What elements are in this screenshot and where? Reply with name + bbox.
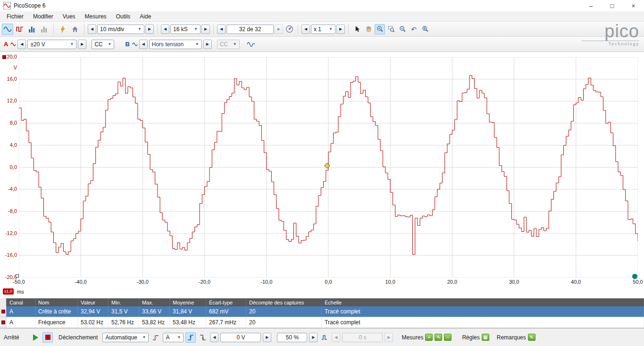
trigger-mode-value: Automatique	[105, 334, 137, 341]
menu-outils[interactable]: Outils	[111, 11, 135, 21]
chevron-down-icon: ▼	[105, 42, 111, 46]
histogram-view-button[interactable]	[39, 24, 50, 35]
capture-index-field[interactable]: 32 de 32	[226, 25, 274, 34]
zoom-in-tool-button[interactable]	[375, 24, 385, 34]
zoom-out-icon	[399, 25, 406, 33]
trigger-level-next-button[interactable]: ▶	[263, 333, 271, 342]
y-tick-label: -8,0	[0, 208, 17, 214]
picoscope-window: PicoScope 6 – □ × Fichier Modifier Vues …	[0, 0, 644, 346]
column-header-echelle: Échelle	[322, 298, 644, 306]
run-button[interactable]	[30, 332, 41, 343]
samples-select[interactable]: 16 kS▼	[170, 25, 201, 34]
waveform-svg[interactable]	[19, 57, 638, 278]
zoom-undo-button[interactable]: ↶	[409, 24, 419, 34]
zoom-factor-select[interactable]: x 1▼	[311, 25, 335, 34]
channel-b-range-select[interactable]: Hors tension▼	[149, 40, 202, 49]
trigger-hysteresis-next-button[interactable]: ▶	[309, 333, 318, 342]
samples-next-button[interactable]: ▶	[201, 25, 210, 34]
trigger-source-value: A	[166, 334, 169, 341]
cursor-arrow-icon	[354, 25, 361, 33]
channel-b-coupling-select: CC▼	[217, 40, 240, 49]
channel-b-range-prev-button[interactable]: ◀	[139, 40, 148, 49]
advanced-trigger-button[interactable]	[319, 332, 330, 343]
column-header-max: Max.	[139, 298, 170, 306]
row-indicator-cell	[0, 317, 7, 328]
rising-edge-button[interactable]	[185, 332, 196, 343]
menu-aide[interactable]: Aide	[135, 11, 156, 21]
trigger-level-field[interactable]: 0 V	[220, 333, 261, 342]
y-tick-label: 4,0	[0, 142, 17, 148]
channel-a-range-next-button[interactable]: ▶	[78, 40, 86, 49]
rules-label: Règles	[462, 334, 479, 341]
x-tick-label: -10,0	[255, 279, 278, 285]
column-header-decompte: Décompte des captures	[246, 298, 322, 306]
auto-setup-button[interactable]	[57, 24, 68, 35]
timebase-prev-button[interactable]: ◀	[88, 25, 96, 34]
trigger-source-select[interactable]: A▼	[163, 333, 184, 342]
scope-view-button[interactable]	[2, 24, 13, 35]
home-button[interactable]	[69, 24, 81, 35]
play-icon	[33, 334, 38, 341]
trigger-mode-select[interactable]: Automatique▼	[102, 333, 149, 342]
signal-generator-button[interactable]	[246, 39, 256, 50]
channel-a-axis-marker[interactable]	[2, 55, 6, 59]
notes-button[interactable]: ✎	[528, 334, 535, 341]
rules-button[interactable]: ▦	[482, 334, 489, 341]
measurement-row-peak-to-peak[interactable]: A Crête à crête 32,94 V 31,5 V 33,66 V 3…	[0, 306, 644, 317]
minus-icon: −	[446, 334, 449, 340]
pan-tool-button[interactable]	[363, 24, 374, 34]
column-header-ecart-type: Écart-type	[206, 298, 246, 306]
capture-prev-button[interactable]: ◀	[217, 25, 226, 34]
channel-b-range-value: Hors tension	[152, 41, 184, 48]
trigger-time-marker[interactable]	[16, 274, 19, 278]
spectrum-view-button[interactable]	[26, 24, 38, 35]
trigger-marker-button[interactable]	[151, 332, 161, 343]
channel-a-coupling-select[interactable]: CC▼	[92, 40, 114, 49]
add-measure-button[interactable]: +	[425, 334, 433, 341]
close-button[interactable]: ×	[623, 0, 644, 11]
trigger-level-prev-button[interactable]: ◀	[210, 333, 218, 342]
falling-edge-button[interactable]	[198, 332, 208, 343]
measurement-row-frequency[interactable]: A Fréquence 53,02 Hz 52,76 Hz 53,82 Hz 5…	[0, 317, 644, 328]
zoom-window-tool-button[interactable]	[386, 24, 396, 34]
menu-fichier[interactable]: Fichier	[2, 11, 28, 21]
pico-logo-tagline: Technology	[582, 41, 639, 46]
samples-prev-button[interactable]: ◀	[161, 25, 169, 34]
stop-button[interactable]	[42, 332, 53, 343]
zoom-out-tool-button[interactable]	[397, 24, 408, 34]
zoom-factor-next-button[interactable]: ▶	[336, 25, 345, 34]
channel-a-range-select[interactable]: ±20 V▼	[27, 40, 76, 49]
zoom-full-button[interactable]	[420, 24, 430, 34]
edit-measure-button[interactable]: ✎	[435, 334, 442, 341]
zoom-full-icon	[422, 25, 429, 33]
channel-a-range-value: ±20 V	[30, 41, 45, 48]
run-state-label: Arrêté	[4, 334, 28, 341]
lightning-icon	[59, 25, 67, 33]
timebase-select[interactable]: 10 ms/div▼	[97, 25, 144, 34]
pencil-icon: ✎	[436, 334, 440, 340]
maximize-button[interactable]: □	[602, 0, 623, 11]
menu-vues[interactable]: Vues	[58, 11, 80, 21]
trigger-hysteresis-field[interactable]: 50 %	[277, 333, 307, 342]
buffer-end-marker[interactable]	[632, 274, 637, 279]
buffer-navigator-button[interactable]	[284, 24, 294, 34]
delete-measure-button[interactable]: −	[444, 334, 452, 341]
y-tick-label: -16,0	[0, 252, 17, 258]
window-controls: – □ ×	[580, 0, 644, 11]
menu-modifier[interactable]: Modifier	[28, 11, 58, 21]
menu-mesures[interactable]: Mesures	[80, 11, 111, 21]
column-header-min: Min.	[109, 298, 139, 306]
zoom-in-icon	[376, 25, 384, 33]
channel-b-range-next-button[interactable]: ▶	[203, 40, 212, 49]
channel-a-icon	[10, 42, 16, 47]
pointer-tool-button[interactable]	[352, 24, 362, 34]
channel-a-range-prev-button[interactable]: ◀	[17, 40, 26, 49]
cell-valeur: 32,94 V	[78, 306, 109, 317]
pretrigger-prev-button: ◀	[332, 333, 340, 342]
timebase-next-button[interactable]: ▶	[145, 25, 154, 34]
minimize-button[interactable]: –	[580, 0, 602, 11]
cell-echelle: Tracé complet	[322, 317, 644, 328]
app-icon	[3, 2, 11, 9]
waveform-view-button[interactable]	[14, 24, 25, 35]
zoom-factor-prev-button[interactable]: ◀	[301, 25, 310, 34]
